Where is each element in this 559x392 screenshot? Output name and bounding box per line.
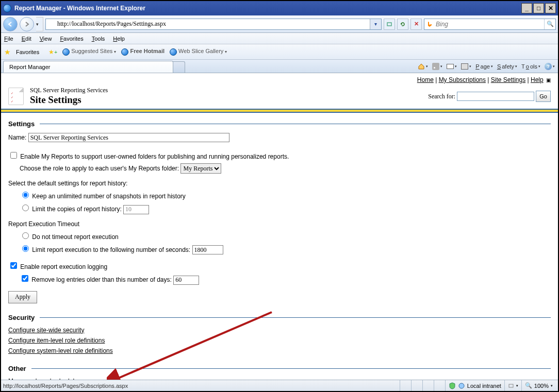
- log-days-input[interactable]: [173, 276, 199, 285]
- remove-log-checkbox[interactable]: [22, 275, 28, 282]
- menu-file[interactable]: File: [4, 36, 13, 42]
- statusbar: http://localhost/Reports/Pages/Subscript…: [1, 380, 558, 391]
- menu-tools[interactable]: Tools: [92, 36, 105, 42]
- menu-edit[interactable]: Edit: [22, 36, 31, 42]
- name-label: Name:: [8, 134, 26, 141]
- security-heading: Security: [8, 314, 551, 321]
- limit-seconds-radio[interactable]: [22, 245, 29, 252]
- service-name: SQL Server Reporting Services: [30, 87, 108, 94]
- page-content: Home | My Subscriptions | Site Settings …: [1, 73, 558, 380]
- tab-row: Report Manager ▾ ▾ ▾ ▾ Page ▾ Safety ▾ T…: [1, 60, 558, 73]
- minimize-button[interactable]: _: [521, 3, 532, 13]
- free-hotmail[interactable]: Free Hotmail: [121, 48, 165, 55]
- shield-icon: [449, 382, 456, 389]
- print-tool[interactable]: ▾: [461, 63, 471, 70]
- search-input[interactable]: [435, 20, 544, 28]
- menu-favorites[interactable]: Favorites: [60, 36, 83, 42]
- limit-copies-radio[interactable]: [22, 204, 29, 211]
- timeout-label: Report Execution Timeout: [8, 220, 551, 228]
- search-go[interactable]: 🔍: [544, 19, 555, 29]
- limit-copies-label: Limit the copies of report history:: [32, 206, 121, 213]
- limit-seconds-label: Limit report execution to the following …: [32, 246, 190, 253]
- safety-tool[interactable]: Safety ▾: [497, 63, 517, 70]
- report-icon: [8, 88, 24, 105]
- search-for-input[interactable]: [457, 92, 534, 101]
- favorites-label[interactable]: Favorites: [16, 49, 39, 55]
- tab-report-manager[interactable]: Report Manager: [3, 61, 173, 73]
- link-manage-schedules[interactable]: Manage shared schedules: [8, 378, 81, 380]
- no-timeout-radio[interactable]: [22, 232, 29, 239]
- address-dropdown[interactable]: ▾: [370, 19, 381, 29]
- copies-input[interactable]: [123, 205, 149, 214]
- bing-icon: [424, 21, 435, 28]
- refresh-button[interactable]: [397, 19, 408, 30]
- help-popout-icon[interactable]: ▣: [546, 77, 551, 83]
- enable-myreports-label: Enable My Reports to support user-owned …: [20, 153, 289, 160]
- name-input[interactable]: [28, 133, 229, 142]
- link-help[interactable]: Help: [531, 76, 544, 83]
- ie-icon: [3, 4, 11, 12]
- keep-unlimited-label: Keep an unlimited number of snapshots in…: [32, 193, 186, 200]
- page-tool[interactable]: Page ▾: [475, 63, 493, 70]
- seconds-input[interactable]: [192, 245, 223, 254]
- forward-button[interactable]: [20, 17, 34, 31]
- enable-myreports-checkbox[interactable]: [10, 152, 17, 159]
- choose-role-label: Choose the role to apply to each user's …: [20, 165, 179, 172]
- maximize-button[interactable]: □: [533, 3, 544, 13]
- mail-tool[interactable]: ▾: [447, 64, 457, 69]
- nav-toolbar: ▾ ▾ ✕ 🔍: [1, 15, 558, 33]
- compat-button[interactable]: [384, 19, 395, 30]
- yellow-divider: [1, 109, 558, 113]
- rss-tool[interactable]: ▾: [432, 63, 442, 70]
- menu-help[interactable]: Help: [113, 36, 125, 42]
- status-zone: Local intranet: [445, 380, 504, 391]
- tab-title: Report Manager: [9, 64, 51, 70]
- favorites-bar: ★ Favorites ★+ Suggested Sites ▾ Free Ho…: [1, 44, 558, 60]
- nav-history-dropdown[interactable]: ▾: [36, 17, 43, 31]
- web-slice-gallery[interactable]: Web Slice Gallery ▾: [170, 48, 227, 55]
- back-button[interactable]: [3, 17, 18, 31]
- menu-view[interactable]: View: [40, 36, 52, 42]
- search-box[interactable]: 🔍: [424, 19, 556, 30]
- apply-button[interactable]: Apply: [8, 291, 37, 303]
- settings-heading: Settings: [8, 120, 551, 128]
- suggested-sites[interactable]: Suggested Sites ▾: [62, 48, 116, 55]
- window-title: Report Manager - Windows Internet Explor…: [14, 5, 145, 12]
- status-url: http://localhost/Reports/Pages/Subscript…: [3, 383, 400, 389]
- other-heading: Other: [8, 365, 551, 372]
- link-subscriptions[interactable]: My Subscriptions: [439, 76, 486, 83]
- address-input[interactable]: [56, 20, 370, 29]
- link-item-role[interactable]: Configure item-level role definitions: [8, 337, 105, 344]
- link-home[interactable]: Home: [417, 76, 434, 83]
- keep-unlimited-radio[interactable]: [22, 192, 29, 198]
- menubar: File Edit View Favorites Tools Help: [1, 33, 558, 44]
- window-titlebar: Report Manager - Windows Internet Explor…: [1, 1, 558, 15]
- page-title: Site Settings: [30, 94, 108, 106]
- home-tool[interactable]: ▾: [418, 63, 428, 70]
- add-favorites-icon[interactable]: ★+: [48, 48, 57, 56]
- favorites-star-icon[interactable]: ★: [4, 48, 11, 56]
- help-tool[interactable]: ?▾: [545, 63, 555, 70]
- go-button[interactable]: Go: [536, 91, 551, 102]
- svg-rect-0: [387, 23, 391, 26]
- no-timeout-label: Do not timeout report execution: [32, 233, 118, 241]
- new-tab-button[interactable]: [173, 61, 185, 73]
- close-button[interactable]: ✕: [545, 3, 556, 13]
- svg-point-2: [459, 383, 464, 388]
- address-bar[interactable]: ▾: [45, 19, 382, 30]
- remove-log-label: Remove log entries older than this numbe…: [31, 276, 171, 283]
- history-label: Select the default settings for report h…: [8, 180, 551, 187]
- svg-rect-3: [509, 384, 513, 387]
- protected-mode-cell[interactable]: ▾: [504, 380, 521, 391]
- tools-tool[interactable]: Tools ▾: [521, 63, 540, 70]
- link-sitewide-security[interactable]: Configure site-wide security: [8, 327, 84, 334]
- search-for-label: Search for:: [428, 93, 455, 100]
- stop-button[interactable]: ✕: [410, 19, 422, 30]
- enable-logging-label: Enable report execution logging: [20, 263, 107, 270]
- intranet-icon: [458, 382, 465, 389]
- zoom-cell[interactable]: 🔍100% ▾: [521, 380, 556, 391]
- enable-logging-checkbox[interactable]: [10, 262, 17, 269]
- link-site-settings[interactable]: Site Settings: [491, 76, 525, 83]
- link-system-role[interactable]: Configure system-level role definitions: [8, 347, 113, 354]
- role-select[interactable]: My Reports: [180, 163, 221, 174]
